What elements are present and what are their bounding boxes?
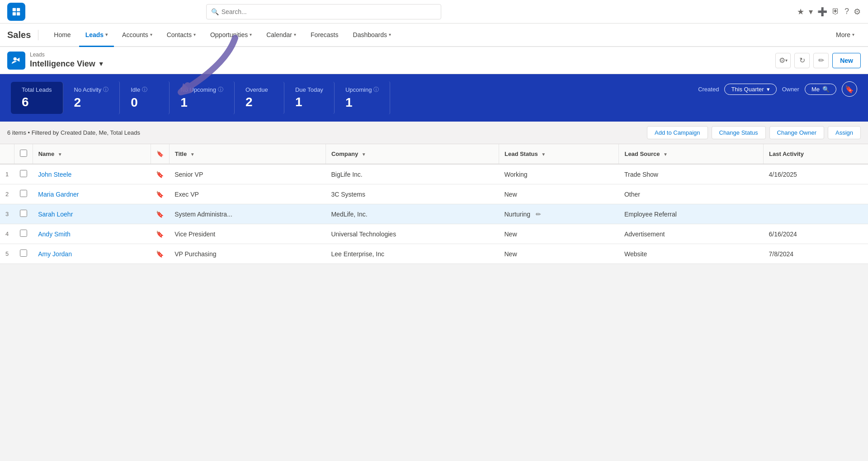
lead-link-3[interactable]: Andy Smith bbox=[38, 230, 71, 238]
row-select-2[interactable] bbox=[20, 210, 27, 217]
table-row: 2 Maria Gardner 🔖 Exec VP 3C Systems New… bbox=[0, 184, 868, 204]
breadcrumb-actions: ⚙ ▾ ↻ ✏ New bbox=[775, 53, 861, 68]
search-bar[interactable]: 🔍 bbox=[206, 4, 441, 19]
col-lead-status-sort: ▼ bbox=[541, 152, 546, 157]
assign-btn[interactable]: Assign bbox=[828, 126, 861, 139]
nav-bar: Sales Home Leads ▾ Accounts ▾ Contacts ▾… bbox=[0, 24, 868, 47]
breadcrumb-current-label: Intelligence View bbox=[30, 59, 95, 69]
stat-idle[interactable]: Idle ⓘ 0 bbox=[120, 81, 170, 114]
stat-due-today-label: Due Today bbox=[295, 86, 323, 93]
stat-no-upcoming[interactable]: No Upcoming ⓘ 1 bbox=[170, 81, 235, 114]
row-name-1: Maria Gardner bbox=[33, 184, 151, 204]
shield-icon[interactable]: ⛨ bbox=[832, 7, 840, 16]
nav-accounts[interactable]: Accounts ▾ bbox=[116, 24, 159, 47]
breadcrumb-bar: Leads Intelligence View ▼ ⚙ ▾ ↻ ✏ New bbox=[0, 47, 868, 74]
col-title-label: Title bbox=[175, 151, 187, 157]
col-title-header[interactable]: Title ▼ bbox=[169, 144, 326, 164]
col-lead-status-header[interactable]: Lead Status ▼ bbox=[499, 144, 619, 164]
stat-upcoming[interactable]: Upcoming ⓘ 1 bbox=[335, 81, 391, 114]
row-bookmark-1[interactable]: 🔖 bbox=[151, 184, 169, 204]
edit-status-icon[interactable]: ✏ bbox=[536, 211, 541, 218]
stat-due-today[interactable]: Due Today 1 bbox=[284, 82, 335, 114]
col-lead-source-header[interactable]: Lead Source ▼ bbox=[619, 144, 764, 164]
nav-contacts[interactable]: Contacts ▾ bbox=[160, 24, 202, 47]
row-select-0[interactable] bbox=[20, 170, 27, 177]
settings-icon[interactable]: ⚙ bbox=[854, 7, 861, 17]
svg-rect-2 bbox=[13, 12, 16, 15]
table-row: 1 John Steele 🔖 Senior VP BigLife Inc. W… bbox=[0, 164, 868, 184]
this-quarter-filter[interactable]: This Quarter ▾ bbox=[724, 84, 776, 95]
nav-leads[interactable]: Leads ▾ bbox=[79, 24, 114, 47]
help-icon[interactable]: ? bbox=[844, 7, 849, 16]
stats-controls: Created This Quarter ▾ Owner Me 🔍 🔖 bbox=[698, 81, 857, 97]
items-count-label: 6 items • Filtered by Created Date, Me, … bbox=[7, 129, 140, 136]
lead-link-2[interactable]: Sarah Loehr bbox=[38, 211, 73, 218]
nav-opportunities[interactable]: Opportunities ▾ bbox=[204, 24, 258, 47]
new-button[interactable]: New bbox=[832, 53, 861, 68]
breadcrumb-left: Leads Intelligence View ▼ bbox=[7, 52, 104, 70]
nav-more[interactable]: More ▾ bbox=[830, 24, 861, 47]
nav-forecasts[interactable]: Forecasts bbox=[304, 24, 344, 47]
svg-rect-0 bbox=[13, 8, 16, 11]
breadcrumb-dropdown-btn[interactable]: ▼ bbox=[98, 60, 104, 67]
stat-idle-label: Idle ⓘ bbox=[131, 86, 158, 94]
change-owner-btn[interactable]: Change Owner bbox=[769, 126, 824, 139]
col-name-header[interactable]: Name ▼ bbox=[33, 144, 151, 164]
favorites-dropdown-icon[interactable]: ▾ bbox=[809, 7, 813, 17]
col-checkbox-header[interactable] bbox=[14, 144, 33, 164]
row-bookmark-3[interactable]: 🔖 bbox=[151, 224, 169, 244]
row-lead-status-4: New bbox=[499, 244, 619, 264]
row-title-1: Exec VP bbox=[169, 184, 326, 204]
select-all-checkbox[interactable] bbox=[20, 150, 27, 157]
add-to-campaign-btn[interactable]: Add to Campaign bbox=[647, 126, 708, 139]
nav-leads-chevron: ▾ bbox=[105, 32, 108, 37]
col-company-header[interactable]: Company ▼ bbox=[326, 144, 499, 164]
row-checkbox-3[interactable] bbox=[14, 224, 33, 244]
row-bookmark-0[interactable]: 🔖 bbox=[151, 164, 169, 184]
stats-banner: Total Leads 6 No Activity ⓘ 2 Idle ⓘ 0 N… bbox=[0, 74, 868, 122]
change-status-btn[interactable]: Change Status bbox=[712, 126, 766, 139]
row-checkbox-2[interactable] bbox=[14, 204, 33, 224]
nav-calendar[interactable]: Calendar ▾ bbox=[260, 24, 302, 47]
nav-dashboards-label: Dashboards bbox=[353, 31, 387, 38]
row-bookmark-4[interactable]: 🔖 bbox=[151, 244, 169, 264]
row-lead-status-3: New bbox=[499, 224, 619, 244]
lead-link-1[interactable]: Maria Gardner bbox=[38, 191, 79, 198]
breadcrumb-text: Leads Intelligence View ▼ bbox=[30, 52, 104, 69]
row-select-1[interactable] bbox=[20, 190, 27, 197]
row-checkbox-1[interactable] bbox=[14, 184, 33, 204]
stat-no-upcoming-value: 1 bbox=[180, 95, 223, 110]
settings-gear-btn[interactable]: ⚙ ▾ bbox=[775, 53, 791, 68]
stat-no-activity-label: No Activity ⓘ bbox=[74, 86, 109, 94]
lead-link-4[interactable]: Amy Jordan bbox=[38, 250, 72, 258]
breadcrumb-current: Intelligence View ▼ bbox=[30, 59, 104, 69]
nav-dashboards[interactable]: Dashboards ▾ bbox=[347, 24, 398, 47]
col-name-label: Name bbox=[38, 151, 54, 157]
bookmark-btn[interactable]: 🔖 bbox=[842, 81, 857, 97]
row-lead-status-1: New bbox=[499, 184, 619, 204]
nav-contacts-chevron: ▾ bbox=[193, 32, 196, 37]
app-icon[interactable] bbox=[7, 3, 25, 21]
search-input[interactable] bbox=[222, 8, 436, 15]
row-select-3[interactable] bbox=[20, 230, 27, 237]
add-icon[interactable]: ➕ bbox=[817, 7, 827, 17]
favorites-icon[interactable]: ★ bbox=[797, 7, 804, 17]
col-company-sort: ▼ bbox=[362, 152, 366, 157]
row-last-activity-0: 4/16/2025 bbox=[764, 164, 868, 184]
row-checkbox-4[interactable] bbox=[14, 244, 33, 264]
row-select-4[interactable] bbox=[20, 249, 27, 257]
row-bookmark-2[interactable]: 🔖 bbox=[151, 204, 169, 224]
stat-no-activity[interactable]: No Activity ⓘ 2 bbox=[63, 81, 120, 114]
stat-no-activity-value: 2 bbox=[74, 95, 109, 110]
owner-filter[interactable]: Me 🔍 bbox=[805, 84, 836, 95]
edit-btn[interactable]: ✏ bbox=[813, 53, 829, 68]
info-icon: ⓘ bbox=[103, 86, 108, 94]
stat-total-leads[interactable]: Total Leads 6 bbox=[11, 82, 63, 114]
refresh-btn[interactable]: ↻ bbox=[794, 53, 810, 68]
stat-overdue[interactable]: Overdue 2 bbox=[235, 82, 284, 114]
row-checkbox-0[interactable] bbox=[14, 164, 33, 184]
top-right-actions: ★ ▾ ➕ ⛨ ? ⚙ bbox=[797, 7, 861, 17]
lead-link-0[interactable]: John Steele bbox=[38, 171, 71, 178]
row-lead-status-2: Nurturing ✏ bbox=[499, 204, 619, 224]
nav-home[interactable]: Home bbox=[47, 24, 77, 47]
